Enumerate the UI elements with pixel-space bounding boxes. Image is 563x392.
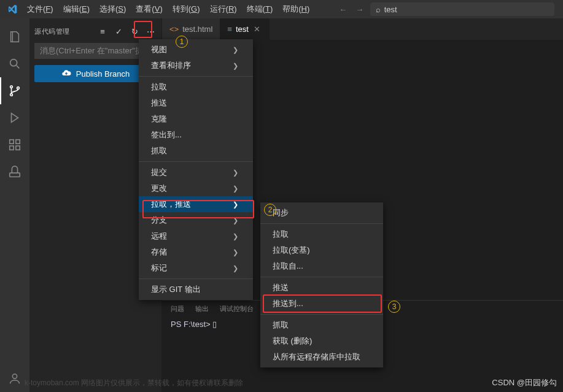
menu-g[interactable]: 转到(G) bbox=[168, 1, 205, 17]
nav-back-icon[interactable]: ← bbox=[339, 5, 347, 14]
menu-item-label: 远程 bbox=[151, 231, 167, 242]
watermark-right: CSDN @田园修勾 bbox=[492, 377, 557, 388]
svg-point-1 bbox=[10, 86, 13, 88]
menu-item-label: 推送 bbox=[273, 282, 289, 293]
menu-item-label: 克隆 bbox=[151, 113, 167, 125]
menu-item[interactable]: 拉取，推送❯ bbox=[139, 196, 253, 212]
pull-push-submenu: 同步拉取拉取(变基)拉取自...推送推送到...抓取获取 (删除)从所有远程存储… bbox=[260, 202, 383, 367]
command-center-search[interactable]: ⌕ test bbox=[370, 2, 554, 16]
tab-test-html[interactable]: <>test.html bbox=[162, 18, 220, 40]
menu-item[interactable]: 抓取 bbox=[139, 143, 253, 159]
menu-e[interactable]: 编辑(E) bbox=[58, 1, 95, 17]
menu-separator bbox=[260, 223, 383, 224]
menu-item-label: 拉取(变基) bbox=[273, 245, 310, 256]
chevron-right-icon: ❯ bbox=[233, 248, 238, 256]
menu-item[interactable]: 克隆 bbox=[139, 111, 253, 127]
menu-item[interactable]: 分支❯ bbox=[139, 212, 253, 228]
menu-item-label: 拉取 bbox=[151, 82, 167, 93]
menu-item[interactable]: 存储❯ bbox=[139, 244, 253, 260]
more-actions-icon[interactable]: ⋯ bbox=[144, 25, 157, 37]
menu-item-label: 同步 bbox=[273, 207, 289, 218]
menu-item[interactable]: 标记❯ bbox=[139, 260, 253, 276]
panel-tab[interactable]: 输出 bbox=[195, 304, 209, 313]
menu-v[interactable]: 查看(V) bbox=[131, 1, 167, 17]
menu-item[interactable]: 推送到... bbox=[260, 296, 383, 312]
menu-item[interactable]: 查看和排序❯ bbox=[139, 58, 253, 74]
chevron-right-icon: ❯ bbox=[233, 185, 238, 193]
menu-item-label: 更改 bbox=[151, 183, 167, 194]
menu-item-label: 拉取自... bbox=[273, 261, 303, 272]
menu-item-label: 查看和排序 bbox=[151, 60, 191, 71]
menu-item[interactable]: 拉取 bbox=[139, 79, 253, 95]
menu-item[interactable]: 更改❯ bbox=[139, 180, 253, 196]
tab-test[interactable]: ≡test✕ bbox=[220, 18, 270, 40]
svg-rect-6 bbox=[10, 146, 14, 150]
menu-h[interactable]: 帮助(H) bbox=[278, 1, 314, 17]
nav-forward-icon[interactable]: → bbox=[355, 5, 363, 14]
explorer-icon[interactable] bbox=[0, 23, 29, 50]
panel-tab[interactable]: 问题 bbox=[171, 304, 184, 313]
activity-bar bbox=[0, 18, 29, 392]
menu-item-label: 视图 bbox=[151, 44, 167, 55]
refresh-icon[interactable]: ↻ bbox=[128, 25, 141, 37]
menu-item-label: 推送到... bbox=[273, 298, 303, 309]
editor-tabs: <>test.html≡test✕ bbox=[162, 18, 563, 40]
menu-item[interactable]: 拉取 bbox=[260, 226, 383, 242]
commit-message-placeholder: 消息(Ctrl+Enter 在"master"提 bbox=[40, 45, 143, 56]
commit-check-icon[interactable]: ✓ bbox=[112, 25, 125, 37]
panel-tab[interactable]: 调试控制台 bbox=[220, 304, 254, 313]
menu-item-label: 标记 bbox=[151, 263, 167, 274]
menu-item[interactable]: 视图❯ bbox=[139, 42, 253, 58]
run-debug-icon[interactable] bbox=[0, 104, 29, 131]
search-icon: ⌕ bbox=[376, 5, 381, 14]
menu-item[interactable]: 拉取(变基) bbox=[260, 242, 383, 258]
extensions-icon[interactable] bbox=[0, 131, 29, 158]
menu-item-label: 推送 bbox=[151, 98, 167, 109]
menu-item[interactable]: 同步 bbox=[260, 205, 383, 221]
menu-item[interactable]: 推送 bbox=[139, 95, 253, 111]
sidebar-title: 源代码管理 bbox=[34, 27, 93, 36]
svg-point-3 bbox=[17, 87, 20, 90]
menu-item[interactable]: 拉取自... bbox=[260, 258, 383, 274]
search-value: test bbox=[384, 5, 397, 14]
svg-rect-8 bbox=[10, 173, 20, 177]
search-icon[interactable] bbox=[0, 50, 29, 77]
tab-label: test bbox=[236, 25, 249, 34]
menu-item-label: 拉取 bbox=[273, 229, 289, 240]
menu-r[interactable]: 运行(R) bbox=[205, 1, 242, 17]
close-icon[interactable]: ✕ bbox=[252, 25, 262, 34]
terminal-prompt: PS F:\test> bbox=[171, 320, 211, 329]
svg-rect-7 bbox=[16, 146, 20, 150]
tab-label: test.html bbox=[182, 25, 212, 34]
publish-branch-label: Publish Branch bbox=[76, 69, 130, 79]
watermark-left: k-toymoban.com 网络图片仅供展示，禁转载，如有侵权请联系删除 bbox=[25, 378, 243, 388]
menu-f[interactable]: 文件(F) bbox=[22, 1, 58, 17]
menu-item[interactable]: 提交❯ bbox=[139, 164, 253, 180]
chevron-right-icon: ❯ bbox=[233, 62, 238, 70]
view-tree-icon[interactable]: ≡ bbox=[96, 25, 109, 37]
menu-item[interactable]: 远程❯ bbox=[139, 228, 253, 244]
menu-item-label: 提交 bbox=[151, 167, 167, 178]
remote-icon[interactable] bbox=[0, 158, 29, 185]
menu-item[interactable]: 签出到... bbox=[139, 127, 253, 143]
vscode-logo-icon bbox=[6, 3, 18, 15]
menu-item[interactable]: 显示 GIT 输出 bbox=[139, 282, 253, 298]
menu-item-label: 抓取 bbox=[273, 320, 289, 331]
menu-item-label: 显示 GIT 输出 bbox=[151, 284, 201, 295]
scm-more-menu: 视图❯查看和排序❯拉取推送克隆签出到...抓取提交❯更改❯拉取，推送❯分支❯远程… bbox=[139, 39, 253, 300]
menu-item[interactable]: 抓取 bbox=[260, 317, 383, 333]
source-control-icon[interactable] bbox=[0, 77, 29, 104]
menu-item-label: 签出到... bbox=[151, 129, 182, 140]
file-icon: <> bbox=[169, 25, 179, 34]
menu-t[interactable]: 终端(T) bbox=[242, 1, 278, 17]
menu-s[interactable]: 选择(S) bbox=[95, 1, 131, 17]
chevron-right-icon: ❯ bbox=[233, 264, 238, 272]
chevron-right-icon: ❯ bbox=[233, 46, 238, 54]
menu-item-label: 分支 bbox=[151, 215, 167, 226]
menu-separator bbox=[139, 279, 253, 279]
chevron-right-icon: ❯ bbox=[233, 217, 238, 225]
menu-item-label: 获取 (删除) bbox=[273, 336, 312, 347]
menu-item[interactable]: 获取 (删除) bbox=[260, 333, 383, 349]
menu-item[interactable]: 推送 bbox=[260, 280, 383, 296]
menu-item[interactable]: 从所有远程存储库中拉取 bbox=[260, 349, 383, 365]
